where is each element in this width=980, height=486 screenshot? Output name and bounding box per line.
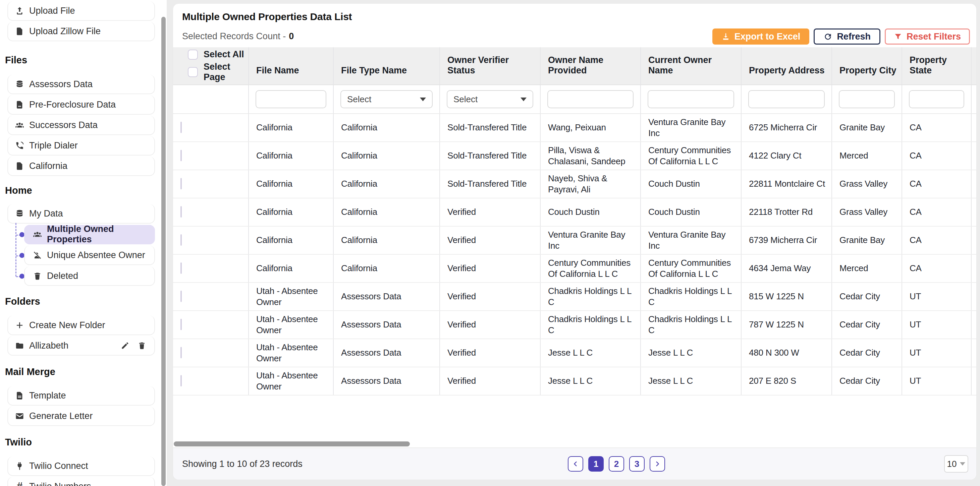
filter-cell-owner_verifier_status: Select — [440, 85, 540, 114]
tree-row: Deleted — [0, 267, 167, 286]
sidebar-item-my-data[interactable]: My Data — [7, 204, 155, 224]
page-button-3[interactable]: 3 — [629, 456, 644, 472]
filter-input-current_owner_name[interactable] — [648, 90, 734, 108]
sidebar-item-california[interactable]: California — [7, 157, 155, 176]
file-icon — [15, 27, 24, 36]
row-checkbox[interactable] — [180, 291, 182, 302]
sidebar-item-pre-foreclosure-data[interactable]: Pre-Foreclosure Data — [7, 95, 155, 114]
filter-cell-property_city — [832, 85, 902, 114]
sidebar-item-multiple-owned-properties[interactable]: Multiple Owned Properties — [24, 225, 155, 245]
sidebar-item-upload-zillow-file[interactable]: Upload Zillow File — [7, 22, 155, 41]
sidebar-item-generate-letter[interactable]: Generate Letter — [7, 407, 155, 426]
cell-owner_name_provided: Jesse L L C — [540, 339, 641, 367]
row-checkbox-cell — [173, 114, 248, 142]
reset-filters-button[interactable]: Reset Filters — [885, 29, 970, 44]
export-to-excel-button[interactable]: Export to Excel — [712, 29, 810, 44]
pagination: 1 2 3 — [568, 456, 665, 472]
cell-property_city: Cedar City — [832, 339, 902, 367]
cell-cutoff — [971, 198, 977, 226]
cell-file_type_name: Assessors Data — [333, 339, 440, 367]
row-checkbox[interactable] — [180, 206, 182, 218]
sidebar-item-twilio-connect[interactable]: Twilio Connect — [7, 456, 155, 476]
sidebar-item-deleted[interactable]: Deleted — [24, 267, 155, 286]
data-table: Select All Select Page File NameFile Typ… — [173, 47, 977, 395]
cell-file_type_name: Assessors Data — [333, 283, 440, 311]
horizontal-scrollbar[interactable] — [174, 442, 410, 446]
filter-input-owner_name_provided[interactable] — [547, 90, 633, 108]
page-size-select[interactable]: 10 — [944, 455, 968, 473]
column-header-file_type_name: File Type Name — [333, 47, 440, 85]
cell-property_city: Merced — [832, 142, 902, 170]
sidebar-item-template[interactable]: Template — [7, 386, 155, 405]
trash-icon — [33, 272, 42, 281]
select-all-label: Select All — [204, 49, 244, 60]
delete-trash-icon[interactable] — [137, 341, 146, 350]
sidebar-item-label: Upload Zillow File — [29, 26, 100, 37]
section-title-files: Files — [5, 55, 167, 66]
page-title: Multiple Owned Properties Data List — [182, 11, 352, 22]
page-button-1[interactable]: 1 — [588, 456, 604, 472]
row-checkbox[interactable] — [180, 319, 182, 330]
edit-pencil-icon[interactable] — [121, 341, 129, 350]
cell-property_address: 815 W 1225 N — [741, 283, 832, 311]
export-label: Export to Excel — [735, 32, 800, 42]
column-header-owner_name_provided: Owner Name Provided — [540, 47, 641, 85]
refresh-button[interactable]: Refresh — [814, 29, 880, 44]
cell-property_state: CA — [902, 170, 971, 198]
sidebar-item-successors-data[interactable]: Successors Data — [7, 116, 155, 135]
cell-property_city: Granite Bay — [832, 226, 902, 254]
cell-owner_verifier_status: Verified — [440, 339, 540, 367]
sidebar-item-folder-allizabeth[interactable]: Allizabeth — [7, 336, 155, 356]
create-new-folder-button[interactable]: Create New Folder — [7, 316, 155, 335]
sidebar-item-label: My Data — [29, 208, 63, 219]
prev-page-button[interactable] — [568, 456, 583, 472]
cell-file_name: California — [248, 226, 333, 254]
cell-owner_verifier_status: Verified — [440, 311, 540, 339]
sidebar-item-label: Upload File — [29, 6, 75, 16]
row-checkbox[interactable] — [180, 150, 182, 161]
sidebar-item-triple-dialer[interactable]: Triple Dialer — [7, 136, 155, 156]
table-row: Utah - Absentee OwnerAssessors DataVerif… — [173, 283, 977, 311]
sidebar-item-upload-file[interactable]: Upload File — [7, 2, 155, 21]
row-checkbox[interactable] — [180, 178, 182, 189]
cell-current_owner_name: Chadkris Holdings L L C — [641, 311, 741, 339]
column-header-property_address: Property Address — [741, 47, 832, 85]
row-checkbox[interactable] — [180, 262, 182, 274]
row-checkbox[interactable] — [180, 234, 182, 246]
cell-property_city: Cedar City — [832, 311, 902, 339]
filter-input-property_address[interactable] — [748, 90, 825, 108]
table-container: Select All Select Page File NameFile Typ… — [173, 47, 977, 448]
sidebar-item-twilio-numbers[interactable]: # Twilio Numbers — [7, 477, 155, 486]
row-checkbox[interactable] — [180, 122, 182, 133]
select-all-checkbox[interactable] — [188, 49, 198, 60]
cell-property_address: 4634 Jema Way — [741, 254, 832, 283]
cell-property_address: 787 W 1225 N — [741, 311, 832, 339]
table-footer: Showing 1 to 10 of 23 records 1 2 3 10 — [173, 448, 976, 480]
toolbar: Export to Excel Refresh Reset Filters — [712, 29, 970, 44]
filter-select-owner_verifier_status[interactable]: Select — [447, 90, 533, 108]
cell-file_name: Utah - Absentee Owner — [248, 311, 333, 339]
sidebar-item-assessors-data[interactable]: Assessors Data — [7, 75, 155, 94]
filter-select-file_type_name[interactable]: Select — [340, 90, 433, 108]
row-checkbox[interactable] — [180, 375, 182, 386]
database-icon — [15, 80, 24, 89]
cell-current_owner_name: Century Communities Of California L L C — [641, 142, 741, 170]
cell-file_name: California — [248, 198, 333, 226]
sidebar-item-unique-absentee-owner[interactable]: Unique Absentee Owner — [24, 246, 155, 265]
cell-owner_verifier_status: Sold-Transfered Title — [440, 170, 540, 198]
cell-property_address: 22811 Montclaire Ct — [741, 170, 832, 198]
row-checkbox[interactable] — [180, 347, 182, 358]
cell-owner_name_provided: Couch Dustin — [540, 198, 641, 226]
column-header-current_owner_name: Current Owner Name — [641, 47, 741, 85]
filter-input-file_name[interactable] — [256, 90, 326, 108]
filter-input-property_state[interactable] — [909, 90, 964, 108]
select-page-checkbox[interactable] — [188, 67, 198, 77]
cell-property_address: 6725 Micherra Cir — [741, 114, 832, 142]
filter-input-property_city[interactable] — [839, 90, 895, 108]
next-page-button[interactable] — [650, 456, 665, 472]
download-icon — [721, 32, 730, 41]
filter-cell-current_owner_name — [641, 85, 741, 114]
page-button-2[interactable]: 2 — [609, 456, 624, 472]
cell-property_city: Grass Valley — [832, 198, 902, 226]
sidebar-scrollbar[interactable] — [161, 17, 166, 486]
